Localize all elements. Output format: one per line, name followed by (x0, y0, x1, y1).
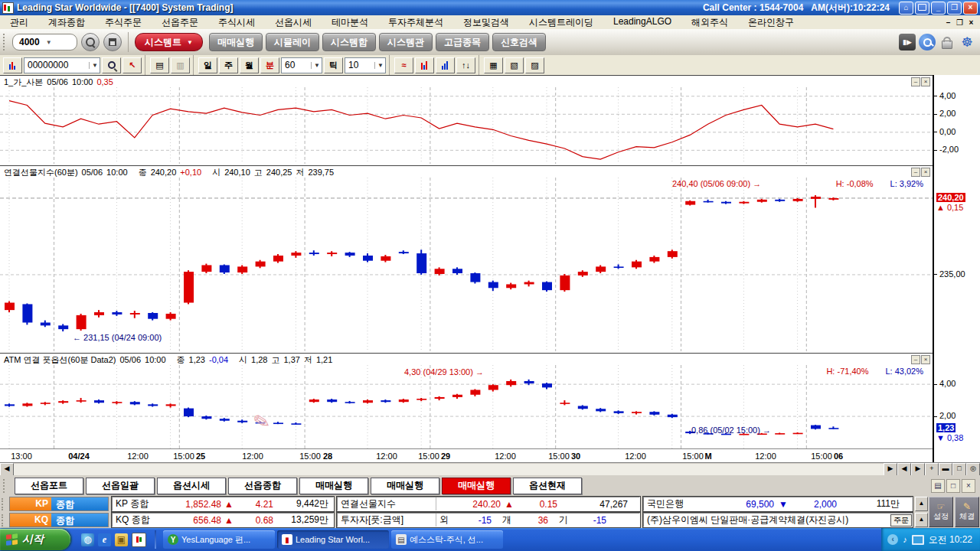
lock-icon[interactable] (939, 34, 956, 51)
menu-item[interactable]: 정보및검색 (453, 15, 519, 30)
grid-settings-icon[interactable]: ▦ (484, 57, 503, 73)
menu-item[interactable]: 계좌종합 (38, 15, 95, 30)
taskbar-task-2[interactable]: ▤예스스탁-주식, 선... (391, 530, 503, 549)
indicator-plot[interactable] (0, 87, 933, 164)
scroll-up-icon[interactable]: ▲ (915, 513, 928, 527)
cursor-select-icon[interactable]: ↖ (122, 57, 142, 73)
kp-index-cell[interactable]: KP 종합 1,852.48 ▲ 4.21 9,442만 (112, 497, 334, 511)
symbol-code-combo[interactable]: 00000000▼ (24, 57, 100, 73)
menu-item[interactable]: 시스템트레이딩 (519, 15, 603, 30)
mdi-minimize-button[interactable]: – (942, 18, 954, 27)
toolbar-button[interactable]: 시스템합 (322, 33, 376, 51)
scroll-up-icon[interactable]: ▲ (915, 497, 928, 511)
chart-nav-icon[interactable]: + (925, 463, 939, 476)
tab-옵션시세-2[interactable]: 옵션시세 (157, 478, 226, 494)
chart-nav-icon[interactable]: ▶ (884, 463, 897, 476)
sort-updown-icon[interactable]: ↑↓ (456, 57, 475, 73)
chart-nav-icon[interactable]: ◀ (897, 463, 911, 476)
futures-quote-cell[interactable]: 연결선물지수 240.20 ▲ 0.15 47,267 (337, 497, 640, 511)
symbol-search-button[interactable] (102, 57, 121, 73)
설정-button[interactable]: ☞설정 (929, 497, 953, 527)
panel-minimize-icon[interactable]: ‒ (911, 355, 920, 364)
scroll-track[interactable] (14, 464, 884, 475)
menu-item[interactable]: 관리 (0, 15, 38, 30)
menu-item[interactable]: 주식주문 (95, 15, 152, 30)
kq-index-cell[interactable]: KQ 종합 656.48 ▲ 0.68 13,259만 (112, 513, 334, 527)
tab-옵션현재-7[interactable]: 옵션현재 (513, 478, 582, 494)
toolbar-button[interactable]: 시스템관 (379, 33, 433, 51)
minute-value-combo[interactable]: 60▼ (281, 57, 322, 73)
stock-app-icon[interactable] (132, 533, 146, 547)
tab-매매실행-4[interactable]: 매매실행 (299, 478, 368, 494)
menu-item[interactable]: 테마분석 (322, 15, 378, 30)
order-chip[interactable]: 주문 (890, 514, 912, 527)
toolbar-grip[interactable] (3, 34, 9, 51)
tab-선옵일괄-1[interactable]: 선옵일괄 (86, 478, 155, 494)
globe-icon[interactable]: ◍ (81, 533, 94, 546)
menu-item[interactable]: 선옵시세 (265, 15, 322, 30)
clock[interactable]: 오전 10:22 (929, 533, 972, 546)
menu-item[interactable]: 온라인창구 (738, 15, 804, 30)
system-menu-button[interactable]: 시스템트▼ (135, 33, 203, 51)
indicator-settings-icon[interactable]: ▧ (505, 57, 524, 73)
line-style-icon[interactable]: ≈ (394, 57, 413, 73)
toolbar-button[interactable]: 매매실행 (209, 33, 263, 51)
mdi-restore-button[interactable]: ❐ (954, 18, 965, 27)
period-week-button[interactable]: 주 (219, 57, 238, 73)
toolbar-button[interactable]: 신호검색 (492, 33, 546, 51)
candle-style-icon[interactable] (415, 57, 434, 73)
volume-icon[interactable]: ♪ (903, 535, 907, 544)
save-button[interactable] (103, 33, 122, 51)
key-icon[interactable] (919, 34, 936, 51)
menu-item[interactable]: 주식시세 (208, 15, 265, 30)
tab-매매실행-5[interactable]: 매매실행 (371, 478, 439, 494)
futures-plot[interactable]: H: -0,08%L: 3,92% 240,40 (05/06 09:00) →… (0, 178, 933, 351)
panel-close-icon[interactable]: × (921, 77, 930, 86)
tray-chevron-icon[interactable]: ‹ (887, 534, 898, 545)
kq-badge[interactable]: KQ 종합 (9, 513, 109, 527)
period-day-button[interactable]: 일 (198, 57, 217, 73)
panel-minimize-icon[interactable]: ‒ (911, 77, 920, 86)
toolbar-button[interactable]: 고급종목 (436, 33, 489, 51)
folder-icon[interactable]: ▣ (115, 533, 128, 546)
tab-선옵포트-0[interactable]: 선옵포트 (15, 478, 83, 494)
menu-item[interactable]: LeadingALGO (603, 15, 681, 30)
kp-badge[interactable]: KP 종합 (9, 497, 109, 511)
news-cell[interactable]: (주)삼우이엠씨 단일판매·공급계약체결(자진공시) 주문 (643, 513, 913, 527)
gear-icon[interactable]: ☸ (959, 34, 975, 51)
minimize-button[interactable]: _ (931, 2, 946, 15)
period-tick-button[interactable]: 틱 (324, 57, 343, 73)
volume-style-icon[interactable] (436, 57, 455, 73)
toolbar-button[interactable]: 시뮬레이 (266, 33, 319, 51)
home-icon[interactable]: ⌂ (899, 2, 913, 15)
internet-explorer-icon[interactable]: e (98, 533, 111, 546)
panel-control-icon[interactable]: □ (946, 479, 960, 493)
chart-nav-icon[interactable]: ▶ (911, 463, 925, 476)
new-chart-icon[interactable]: ▤ (150, 57, 169, 73)
menu-item[interactable]: 선옵주문 (152, 15, 208, 30)
chart-nav-icon[interactable]: □ (952, 463, 966, 476)
start-button[interactable]: 시작 (0, 529, 70, 550)
menu-item[interactable]: 해외주식 (681, 15, 738, 30)
period-minute-button[interactable]: 분 (260, 57, 279, 73)
chart-type-icon[interactable] (3, 57, 22, 73)
taskbar-task-1[interactable]: ▮Leading Star Worl... (277, 530, 389, 549)
tabs-grip[interactable] (3, 479, 9, 493)
screen-number-combo[interactable]: 4000▼ (12, 34, 77, 51)
mdi-close-button[interactable]: × (965, 18, 977, 27)
panel-control-icon[interactable]: ▤ (931, 479, 945, 493)
taskbar-task-0[interactable]: YYesLanguage 편... (163, 530, 275, 549)
menu-item[interactable]: 투자주체분석 (378, 15, 453, 30)
stock-quote-cell[interactable]: 국민은행 69,500 ▼ 2,000 111만 (643, 497, 913, 511)
chart-settings-icon[interactable]: ▨ (525, 57, 544, 73)
chart-nav-icon[interactable]: ▬ (939, 463, 952, 476)
search-button[interactable] (81, 33, 100, 51)
panel-control-icon[interactable]: × (962, 479, 975, 493)
put-plot[interactable]: H: -71,40%L: 43,02% 4,30 (04/29 13:00) →… (0, 365, 933, 448)
restore-button[interactable]: ❐ (947, 2, 962, 15)
play-pause-icon[interactable]: ▮▶ (899, 34, 916, 51)
period-month-button[interactable]: 월 (240, 57, 259, 73)
investor-cell[interactable]: 투자자[풋:금액] 외 -15 개 36 기 -15 (337, 513, 640, 527)
체결-button[interactable]: ✎체결 (955, 497, 979, 527)
tab-매매실행-6[interactable]: 매매실행 (442, 478, 511, 494)
